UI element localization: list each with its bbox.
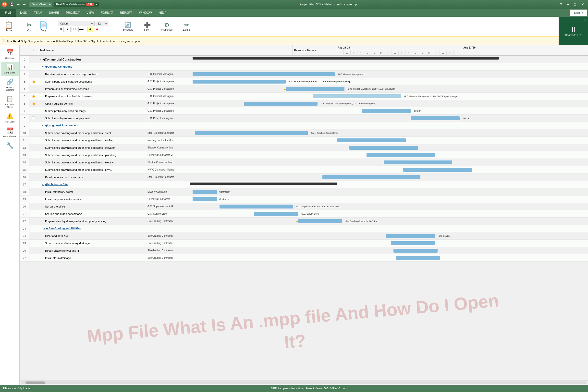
- task-name[interactable]: Submit shop drawings and order long lead…: [38, 159, 146, 166]
- table-row[interactable]: 22 Prepare site - lay down yard and temp…: [20, 218, 588, 225]
- table-row[interactable]: 21 Set line and grade benchmarks G.C. Su…: [20, 210, 588, 218]
- sidebar-item-network[interactable]: 🔗 Network Diagram: [1, 76, 19, 93]
- table-row[interactable]: 26 Rough grade site (cut and fill) Site …: [20, 247, 588, 254]
- font-size-dropdown[interactable]: 12: [96, 21, 108, 26]
- table-row[interactable]: 12 Submit shop drawings and order long l…: [20, 144, 588, 152]
- strikethrough-button[interactable]: abc: [78, 27, 84, 32]
- table-row[interactable]: 25 Storm drains and temporary drainage S…: [20, 240, 588, 247]
- italic-button[interactable]: I: [65, 27, 70, 32]
- help-button[interactable]: ?: [558, 2, 564, 7]
- chat-close-icon[interactable]: ✕: [584, 18, 586, 22]
- insert-button[interactable]: ➕ Insert: [140, 20, 154, 32]
- task-name[interactable]: Install temporary power: [38, 188, 146, 195]
- sign-in-button[interactable]: Sign In: [570, 10, 587, 16]
- sidebar-item-gantt[interactable]: 📊 Gantt Chart: [1, 62, 19, 76]
- task-name[interactable]: Detail, fabricate and deliver steel: [38, 174, 146, 180]
- scrollbar-thumb[interactable]: [26, 382, 45, 384]
- task-name[interactable]: Prepare and submit schedule of values: [38, 92, 146, 100]
- task-name[interactable]: Install temporary water service: [38, 196, 146, 202]
- task-menu[interactable]: TASK: [16, 9, 30, 17]
- collab-button[interactable]: Real-Time Collaboration OFF ▼: [54, 2, 100, 7]
- table-row[interactable]: 20 Set up site office G.C. Superintenden…: [20, 203, 588, 210]
- task-name[interactable]: Rough grade site (cut and fill): [38, 247, 146, 254]
- properties-button[interactable]: ⚙ Properties: [158, 20, 176, 32]
- editing-button[interactable]: ✏ Editing: [179, 20, 194, 32]
- task-name[interactable]: Submit monthly requests for payment: [38, 115, 146, 122]
- report-menu[interactable]: REPORT: [116, 9, 136, 17]
- font-color-button[interactable]: A: [94, 27, 100, 32]
- task-name[interactable]: Submit shop drawings and order long lead…: [38, 137, 146, 144]
- table-row[interactable]: 0 ▼ ◀ Commercial Construction: [20, 56, 588, 63]
- table-row[interactable]: 11 Submit shop drawings and order long l…: [20, 137, 588, 144]
- table-row[interactable]: 16 Detail, fabricate and deliver steel S…: [20, 174, 588, 181]
- chat-widget[interactable]: ✕ ⏸ Chat with Erix: [558, 17, 588, 45]
- scrollbar-track[interactable]: [20, 382, 587, 384]
- table-row[interactable]: 24 Clear and grub site Site Grading Cont…: [20, 232, 588, 240]
- table-row[interactable]: 27 Install storm drainage Site Grading C…: [20, 254, 588, 262]
- table-row[interactable]: 17 ▼ ◀ Mobilize on Site: [20, 181, 588, 188]
- task-name[interactable]: Submit bond and insurance documents: [38, 78, 146, 85]
- task-name[interactable]: Submit shop drawings and order long lead…: [38, 144, 146, 151]
- task-name[interactable]: Set line and grade benchmarks: [38, 210, 146, 217]
- table-row[interactable]: 13 Submit shop drawings and order long l…: [20, 152, 588, 159]
- underline-button[interactable]: U: [72, 27, 78, 32]
- table-row[interactable]: 2 Receive notice to proceed and sign con…: [20, 70, 588, 78]
- team-menu[interactable]: TEAM: [30, 9, 45, 17]
- task-name[interactable]: Install storm drainage: [38, 254, 146, 262]
- table-row[interactable]: 14 Submit shop drawings and order long l…: [20, 159, 588, 166]
- task-name[interactable]: ▼ ◀ General Conditions: [38, 63, 146, 70]
- task-name[interactable]: Set up site office: [38, 203, 146, 210]
- sidebar-item-team[interactable]: 📆 Team Planner: [1, 126, 19, 140]
- view-dropdown[interactable]: Gantt Chart: [29, 2, 52, 7]
- minimize-button[interactable]: ─: [565, 2, 571, 7]
- table-row[interactable]: 10 Submit shop drawings and order long l…: [20, 129, 588, 137]
- table-row[interactable]: 3 ◆ Submit bond and insurance documents …: [20, 78, 588, 85]
- task-name[interactable]: ▼ ◀ Site Grading and Utilities: [38, 225, 146, 232]
- sidebar-item-resource[interactable]: 📋 Resource Sheet: [1, 94, 19, 110]
- task-name[interactable]: Receive notice to proceed and sign contr…: [38, 70, 146, 78]
- task-name[interactable]: Obtain building permits: [38, 100, 146, 107]
- task-name[interactable]: ▼ ◀ Mobilize on Site: [38, 181, 146, 188]
- window-menu[interactable]: WINDOW: [136, 9, 155, 17]
- task-name[interactable]: Storm drains and temporary drainage: [38, 240, 146, 247]
- format-menu[interactable]: FORMAT: [98, 9, 116, 17]
- table-row[interactable]: 23 ▼ ◀ Site Grading and Utilities: [20, 225, 588, 232]
- project-menu[interactable]: PROJECT: [62, 9, 83, 17]
- file-menu[interactable]: FILE: [0, 9, 16, 17]
- paste-button[interactable]: 📋 Paste: [2, 20, 15, 33]
- table-row[interactable]: 18 Install temporary power Electric Cont…: [20, 188, 588, 196]
- task-name[interactable]: Clear and grub site: [38, 232, 146, 239]
- table-row[interactable]: 4 Prepare and submit project schedule G.…: [20, 85, 588, 92]
- task-name[interactable]: ▼ ◀ Long Lead Procurement: [38, 122, 146, 129]
- task-name[interactable]: Prepare site - lay down yard and tempora…: [38, 218, 146, 225]
- table-row[interactable]: 6 ◆ Obtain building permits G.C. Project…: [20, 100, 588, 107]
- table-row[interactable]: 5 ◆ Prepare and submit schedule of value…: [20, 92, 588, 100]
- task-name[interactable]: Submit shop drawings and order long lead…: [38, 166, 146, 173]
- expand-icon[interactable]: ▼: [42, 183, 44, 186]
- font-dropdown[interactable]: Calibri: [58, 21, 94, 26]
- share-menu[interactable]: SHARE: [46, 9, 62, 17]
- schedule-button[interactable]: 🔄 Schedule: [120, 20, 136, 32]
- sidebar-item-extra[interactable]: 🔧: [1, 140, 19, 151]
- expand-icon[interactable]: ▼: [42, 66, 44, 68]
- horizontal-scrollbar[interactable]: [20, 380, 588, 385]
- table-row[interactable]: 1 ▼ ◀ General Conditions: [20, 63, 588, 70]
- task-name[interactable]: Submit shop drawings and order long lead…: [38, 152, 146, 158]
- table-row[interactable]: 8 📄 Submit monthly requests for payment …: [20, 115, 588, 122]
- task-name[interactable]: Submit preliminary shop drawings: [38, 107, 146, 114]
- table-row[interactable]: 19 Install temporary water service Plumb…: [20, 196, 588, 203]
- bold-button[interactable]: B: [58, 27, 64, 32]
- collab-dropdown-icon[interactable]: ▼: [95, 3, 98, 6]
- maximize-button[interactable]: □: [572, 2, 578, 7]
- redo-button[interactable]: ↪: [22, 2, 27, 7]
- task-name[interactable]: Submit shop drawings and order long lead…: [38, 129, 146, 136]
- copy-button[interactable]: 📄 Copy: [37, 20, 50, 33]
- close-button[interactable]: ✕: [579, 2, 586, 7]
- task-name[interactable]: ▼ ◀ Commercial Construction: [38, 56, 146, 63]
- view-menu[interactable]: VIEW: [83, 9, 98, 17]
- help-menu[interactable]: HELP: [155, 9, 170, 17]
- sidebar-item-risk[interactable]: ⚠️ Risk View: [1, 111, 19, 125]
- expand-icon[interactable]: ▼: [42, 124, 44, 127]
- table-row[interactable]: 7 Submit preliminary shop drawings G.C. …: [20, 107, 588, 115]
- task-name[interactable]: Prepare and submit project schedule: [38, 85, 146, 92]
